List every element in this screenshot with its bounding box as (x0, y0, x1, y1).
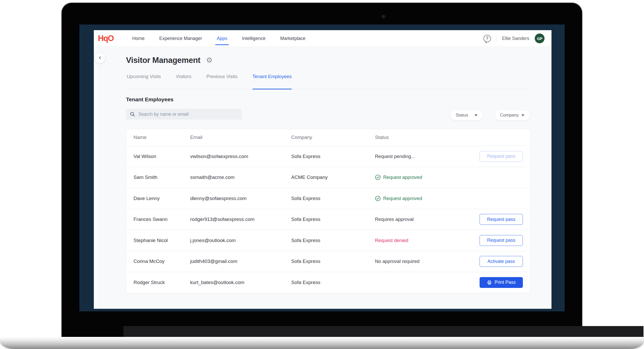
cell-company: Sofa Express (291, 196, 375, 201)
cell-name: Stephanie Nicol (133, 238, 190, 243)
search-box (126, 109, 241, 120)
cell-status: Request denied (375, 238, 471, 243)
user-name[interactable]: Ellie Sanders (502, 36, 529, 41)
cell-email: kurt_bates@outlook.com (190, 280, 291, 285)
company-filter-label: Company (500, 113, 519, 118)
nav: Home Experience Manager Apps Intelligenc… (132, 30, 305, 47)
activate-pass-button[interactable]: Activate pass (480, 256, 523, 267)
column-header-status: Status (375, 135, 471, 140)
tab-visitors[interactable]: Visitors (176, 74, 191, 89)
cell-action: Request pass (471, 214, 523, 225)
app-window: HqO Home Experience Manager Apps Intelli… (94, 30, 551, 309)
status-text: Request approved (383, 196, 422, 201)
caret-down-icon (521, 114, 524, 116)
print-pass-button[interactable]: Print Pass (480, 277, 523, 288)
cell-name: Dave Lenny (133, 196, 190, 201)
cell-name: Rodger Struck (133, 280, 190, 285)
status-filter-dropdown[interactable]: Status (450, 110, 483, 120)
check-circle-icon (375, 174, 381, 180)
table-header-row: Name Email Company Status (126, 129, 530, 146)
cell-email: dlenny@sofaexpress.com (190, 196, 291, 201)
cell-company: Sofa Express (291, 238, 375, 243)
cell-company: Sofa Express (291, 280, 375, 285)
screenshot-stage: HqO Home Experience Manager Apps Intelli… (0, 0, 644, 349)
cell-action: Request pass (471, 235, 523, 246)
table-row: Corina McCoy judith403@gmail.com Sofa Ex… (126, 251, 530, 272)
tab-previous-visits[interactable]: Previous Visits (206, 74, 238, 89)
nav-item-intelligence[interactable]: Intelligence (242, 30, 265, 47)
company-filter-dropdown[interactable]: Company (495, 110, 530, 120)
cell-name: Frances Swann (133, 217, 190, 222)
chevron-left-icon (98, 56, 102, 61)
cell-email: rodger913@sofaexpress.com (190, 217, 291, 222)
table-row: Frances Swann rodger913@sofaexpress.com … (126, 209, 530, 230)
header-right: ? Ellie Sanders GP (483, 34, 545, 43)
status-text: Request approved (383, 174, 422, 180)
cell-email: j.jones@outlook.com (190, 238, 291, 243)
collapse-panel-button[interactable] (95, 53, 105, 63)
search-icon (130, 111, 135, 117)
cell-action: Request pass (471, 151, 523, 162)
column-header-company: Company (291, 135, 375, 140)
request-pass-button[interactable]: Request pass (480, 235, 523, 246)
table-row: Dave Lenny dlenny@sofaexpress.com Sofa E… (126, 188, 530, 209)
header-divider (496, 35, 497, 42)
nav-item-experience-manager[interactable]: Experience Manager (159, 30, 202, 47)
cell-name: Corina McCoy (133, 259, 190, 264)
tab-upcoming-visits[interactable]: Upcoming Visits (127, 74, 161, 89)
nav-item-apps[interactable]: Apps (217, 30, 227, 47)
status-text: Requires approval (375, 217, 414, 222)
column-header-email: Email (190, 135, 291, 140)
table-row: Stephanie Nicol j.jones@outlook.com Sofa… (126, 230, 530, 251)
request-pass-button[interactable]: Request pass (480, 214, 523, 225)
tab-bar: Upcoming Visits Visitors Previous Visits… (127, 74, 530, 89)
webcam-dot (382, 15, 385, 18)
laptop-base (0, 337, 644, 349)
cell-email: judith403@gmail.com (190, 259, 291, 264)
cell-name: Val Wilson (133, 154, 190, 159)
search-input[interactable] (138, 112, 238, 117)
nav-item-marketplace[interactable]: Marketplace (280, 30, 305, 47)
status-filter-label: Status (456, 113, 468, 118)
status-text: Request denied (375, 238, 408, 243)
cell-status: No approval required (375, 259, 471, 264)
request-pass-button[interactable]: Request pass (480, 151, 523, 162)
tenant-employees-table: Name Email Company Status Val Wilson vwi… (126, 129, 530, 293)
section-title: Tenant Employees (126, 96, 173, 103)
status-text: Request pending... (375, 154, 415, 159)
cell-company: ACME Company (291, 174, 375, 180)
app-header: HqO Home Experience Manager Apps Intelli… (94, 30, 551, 47)
filters: Status Company (450, 110, 530, 120)
cell-email: ssmaith@acme.com (190, 174, 291, 180)
printer-icon (487, 280, 492, 285)
cell-company: Sofa Express (291, 217, 375, 222)
table-body: Val Wilson vwilson@sofaexpress.com Sofa … (126, 146, 530, 293)
column-header-name: Name (133, 135, 190, 140)
table-row: Rodger Struck kurt_bates@outlook.com Sof… (126, 272, 530, 293)
cell-action: Print Pass (471, 277, 523, 288)
cell-status: Request approved (375, 196, 471, 201)
cell-email: vwilson@sofaexpress.com (190, 154, 291, 159)
cell-company: Sofa Express (291, 154, 375, 159)
page-title: Visitor Management (126, 56, 200, 65)
tab-tenant-employees[interactable]: Tenant Employees (253, 74, 292, 89)
avatar[interactable]: GP (535, 34, 545, 43)
collapsed-sidebar-rail (94, 47, 100, 309)
help-icon[interactable]: ? (483, 35, 491, 42)
cell-status: Requires approval (375, 217, 471, 222)
status-text: No approval required (375, 259, 420, 264)
check-circle-icon (375, 196, 381, 201)
page-content: Visitor Management ⚙ Upcoming Visits Vis… (94, 47, 551, 309)
hqo-logo[interactable]: HqO (98, 34, 114, 43)
cell-status: Request approved (375, 174, 471, 180)
cell-status: Request pending... (375, 154, 471, 159)
caret-down-icon (474, 114, 478, 116)
page-head: Visitor Management ⚙ (126, 56, 213, 65)
table-row: Sam Smith ssmaith@acme.com ACME Company … (126, 167, 530, 188)
table-row: Val Wilson vwilson@sofaexpress.com Sofa … (126, 146, 530, 167)
nav-item-home[interactable]: Home (132, 30, 145, 47)
cell-company: Sofa Express (291, 259, 375, 264)
cell-action: Activate pass (471, 256, 523, 267)
gear-icon[interactable]: ⚙ (206, 57, 213, 64)
cell-name: Sam Smith (133, 174, 190, 180)
